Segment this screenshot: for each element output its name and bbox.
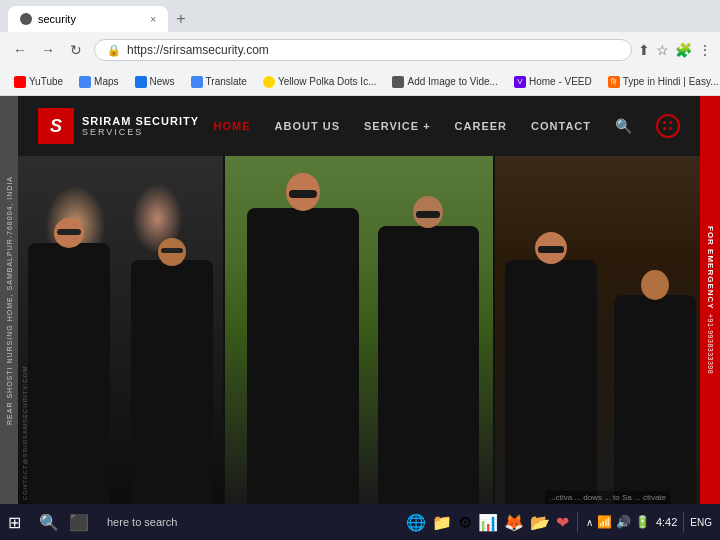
tray-chevron[interactable]: ∧	[586, 517, 593, 528]
sidebar-left: REAR SHOSTI NURSING HOME, SAMBALPUR-7680…	[0, 96, 18, 504]
nav-buttons: ← → ↻	[8, 38, 88, 62]
logo-subtitle: SERVICES	[82, 127, 199, 137]
bookmark-veed[interactable]: V Home - VEED	[508, 74, 598, 90]
nav-home[interactable]: HOME	[214, 120, 251, 132]
network-icon[interactable]: 📶	[597, 515, 612, 529]
active-tab[interactable]: security ×	[8, 6, 168, 32]
windows-start-icon[interactable]: ⊞	[8, 513, 21, 532]
logo-title: SRIRAM SECURITY	[82, 115, 199, 127]
hero-panel-left: CONTACT@SRIRSAMSECURITY.COM	[18, 156, 223, 504]
dot-1	[663, 121, 666, 124]
veed-favicon: V	[514, 76, 526, 88]
explorer-icon[interactable]: 📁	[432, 513, 452, 532]
maps-favicon	[79, 76, 91, 88]
new-tab-button[interactable]: +	[168, 6, 194, 32]
bookmark-youtube[interactable]: YuTube	[8, 74, 69, 90]
guard-right-2	[614, 295, 696, 504]
sidebar-right-emergency[interactable]: FOR EMERGENCY +91-9938333398	[700, 96, 720, 504]
menu-icon[interactable]: ⋮	[698, 42, 712, 58]
back-button[interactable]: ←	[8, 38, 32, 62]
site-logo[interactable]: S SRIRAM SECURITY SERVICES	[38, 108, 199, 144]
bookmarks-bar: YuTube Maps News Translate Yellow Polka …	[0, 68, 720, 96]
hero-panel-right: ...ctiva ... dows ... to Sa ... ctivate	[495, 156, 700, 504]
guard-center-2	[378, 226, 479, 504]
nav-contact[interactable]: CONTACT	[531, 120, 591, 132]
search-taskbar-icon[interactable]: 🔍	[39, 513, 59, 532]
tab-favicon	[20, 13, 32, 25]
sidebar-left-text: REAR SHOSTI NURSING HOME, SAMBALPUR-7680…	[6, 176, 13, 425]
search-icon[interactable]: 🔍	[615, 118, 632, 134]
emergency-label: FOR EMERGENCY	[706, 226, 715, 310]
bookmark-maps[interactable]: Maps	[73, 74, 124, 90]
hero-section: CONTACT@SRIRSAMSECURITY.COM ...ctiva ...…	[18, 156, 700, 504]
app-icon-1[interactable]: 📊	[478, 513, 498, 532]
nav-career[interactable]: CAREER	[455, 120, 507, 132]
dot-3	[663, 127, 666, 130]
bookmark-news[interactable]: News	[129, 74, 181, 90]
bookmark-icon[interactable]: ☆	[656, 42, 669, 58]
address-bar: ← → ↻ 🔒 https://srirsamsecurity.com ⬆ ☆ …	[0, 32, 720, 68]
taskbar-search: ⊞	[8, 513, 21, 532]
refresh-button[interactable]: ↻	[64, 38, 88, 62]
hindi-favicon: हि	[608, 76, 620, 88]
taskbar-quick-icons: 🔍 ⬛	[39, 513, 89, 532]
nav-about[interactable]: ABOUT US	[275, 120, 340, 132]
battery-icon[interactable]: 🔋	[635, 515, 650, 529]
logo-icon: S	[38, 108, 74, 144]
system-time: 4:42	[656, 516, 677, 528]
bookmark-addimage[interactable]: Add Image to Vide...	[386, 74, 503, 90]
edge-icon[interactable]: 🌐	[406, 513, 426, 532]
guard-center-1	[247, 208, 359, 504]
browser-chrome: security × + ← → ↻ 🔒 https://srirsamsecu…	[0, 0, 720, 96]
app-icon-2[interactable]: ❤	[556, 513, 569, 532]
url-text: https://srirsamsecurity.com	[127, 43, 269, 57]
firefox-icon[interactable]: 🦊	[504, 513, 524, 532]
hero-panel-center	[223, 156, 494, 504]
polka-favicon	[263, 76, 275, 88]
bookmark-translate[interactable]: Translate	[185, 74, 253, 90]
taskview-icon[interactable]: ⬛	[69, 513, 89, 532]
website-content: REAR SHOSTI NURSING HOME, SAMBALPUR-7680…	[0, 96, 720, 504]
guard-left-2	[131, 260, 213, 504]
nav-service[interactable]: SERVICE +	[364, 120, 431, 132]
taskbar-divider	[577, 512, 578, 532]
bookmark-hindi[interactable]: हि Type in Hindi | Easy...	[602, 74, 720, 90]
navbar: S SRIRAM SECURITY SERVICES HOME ABOUT US…	[18, 96, 700, 156]
tab-bar: security × +	[0, 0, 720, 32]
nav-menu: HOME ABOUT US SERVICE + CAREER CONTACT 🔍	[214, 114, 680, 138]
ssl-lock-icon: 🔒	[107, 44, 121, 57]
logo-text: SRIRAM SECURITY SERVICES	[82, 115, 199, 137]
dot-2	[669, 121, 672, 124]
translate-favicon	[191, 76, 203, 88]
language-indicator[interactable]: ENG	[690, 517, 712, 528]
share-icon[interactable]: ⬆	[638, 42, 650, 58]
emergency-number: +91-9938333398	[707, 314, 714, 374]
taskbar-app-icons: 🌐 📁 ⚙ 📊 🦊 📂 ❤	[406, 513, 569, 532]
guard-left-1	[28, 243, 110, 504]
system-tray: ∧ 📶 🔊 🔋 4:42 ENG	[586, 512, 712, 532]
bookmark-polka[interactable]: Yellow Polka Dots Ic...	[257, 74, 383, 90]
taskbar-search-text[interactable]: here to search	[107, 516, 177, 528]
extension-icon[interactable]: 🧩	[675, 42, 692, 58]
menu-grid-button[interactable]	[656, 114, 680, 138]
grid-dots	[663, 121, 673, 131]
guard-right-1	[505, 260, 597, 504]
bottom-text-overlay: ...ctiva ... dows ... to Sa ... ctivate	[545, 491, 670, 504]
news-favicon	[135, 76, 147, 88]
dot-4	[669, 127, 672, 130]
forward-button[interactable]: →	[36, 38, 60, 62]
taskbar-divider-2	[683, 512, 684, 532]
taskbar: ⊞ 🔍 ⬛ here to search 🌐 📁 ⚙ 📊 🦊 📂 ❤ ∧ 📶 🔊…	[0, 504, 720, 540]
tab-close-button[interactable]: ×	[150, 14, 156, 25]
files-icon[interactable]: 📂	[530, 513, 550, 532]
addimage-favicon	[392, 76, 404, 88]
volume-icon[interactable]: 🔊	[616, 515, 631, 529]
settings-icon[interactable]: ⚙	[458, 513, 472, 532]
tray-icons: ∧ 📶 🔊 🔋	[586, 515, 650, 529]
url-input[interactable]: 🔒 https://srirsamsecurity.com	[94, 39, 632, 61]
browser-toolbar-icons: ⬆ ☆ 🧩 ⋮	[638, 42, 712, 58]
youtube-favicon	[14, 76, 26, 88]
tab-title: security	[38, 13, 76, 25]
